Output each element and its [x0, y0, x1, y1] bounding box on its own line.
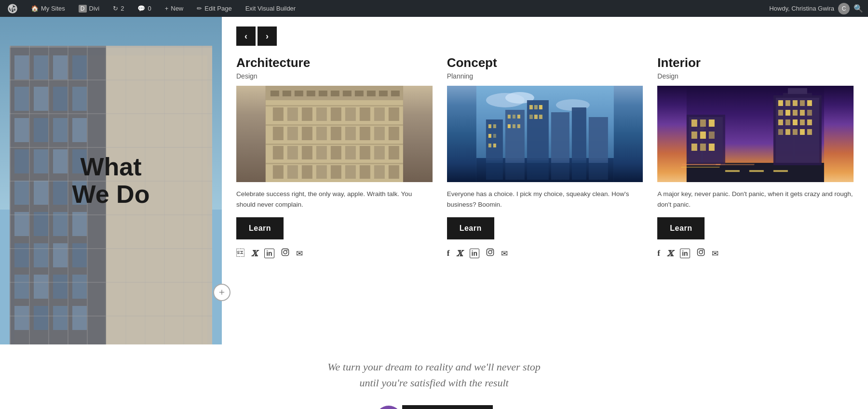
svg-rect-48 — [10, 214, 212, 215]
svg-rect-28 — [53, 212, 68, 236]
svg-rect-133 — [488, 134, 491, 138]
my-sites-menu[interactable]: 🏠 My Sites — [28, 0, 68, 17]
svg-rect-14 — [14, 118, 29, 142]
svg-rect-81 — [331, 107, 341, 121]
linkedin-icon[interactable]: in — [264, 249, 274, 258]
svg-rect-12 — [53, 87, 68, 111]
svg-rect-117 — [282, 249, 288, 256]
svg-rect-149 — [486, 160, 502, 180]
svg-rect-148 — [539, 115, 542, 119]
svg-rect-203 — [773, 170, 788, 172]
svg-rect-197 — [709, 132, 715, 139]
learn-btn-concept[interactable]: Learn — [447, 217, 494, 239]
wordpress-icon[interactable] — [5, 0, 20, 17]
facebook-icon[interactable]:  — [236, 249, 244, 258]
pencil-icon: ✏ — [197, 5, 202, 12]
slider-nav: ‹ › — [236, 26, 854, 46]
learn-btn-architecture[interactable]: Learn — [236, 217, 284, 239]
svg-rect-19 — [34, 149, 48, 173]
svg-rect-70 — [319, 91, 327, 96]
instagram-icon-2[interactable] — [486, 248, 494, 259]
cta-area: ••• Get a Quote — [0, 405, 868, 409]
avatar[interactable]: C — [838, 3, 850, 14]
svg-rect-136 — [493, 144, 496, 147]
twitter-icon-3[interactable]: 𝕏 — [667, 249, 673, 259]
get-quote-btn[interactable]: Get a Quote — [402, 405, 493, 409]
svg-rect-67 — [283, 91, 291, 96]
add-section-btn[interactable]: + — [213, 284, 231, 301]
svg-rect-114 — [266, 124, 403, 126]
svg-rect-108 — [331, 165, 341, 179]
facebook-icon-2[interactable]: f — [447, 249, 450, 258]
email-icon-2[interactable]: ✉ — [501, 249, 508, 259]
svg-rect-68 — [295, 91, 303, 96]
svg-rect-179 — [807, 110, 812, 116]
svg-rect-206 — [681, 167, 720, 168]
svg-rect-200 — [709, 144, 715, 151]
dots-button[interactable]: ••• — [375, 406, 402, 409]
svg-rect-175 — [778, 110, 783, 116]
slider-next-btn[interactable]: › — [258, 26, 277, 46]
svg-rect-102 — [374, 146, 385, 159]
updates-menu[interactable]: ↻ 2 — [110, 0, 127, 17]
exit-visual-builder-btn[interactable]: Exit Visual Builder — [243, 0, 299, 17]
twitter-icon[interactable]: 𝕏 — [251, 249, 258, 259]
svg-rect-107 — [316, 165, 327, 179]
svg-rect-130 — [588, 117, 608, 163]
svg-rect-35 — [34, 275, 48, 299]
svg-rect-110 — [360, 165, 370, 179]
instagram-icon-3[interactable] — [697, 248, 705, 259]
card-concept-image — [447, 86, 643, 182]
svg-rect-79 — [302, 107, 312, 121]
search-icon[interactable]: 🔍 — [854, 4, 863, 13]
svg-rect-53 — [29, 46, 30, 344]
card-interior-image — [657, 86, 854, 182]
twitter-icon-2[interactable]: 𝕏 — [456, 249, 462, 259]
card-concept-subtitle: Planning — [447, 72, 643, 80]
svg-rect-141 — [512, 124, 515, 128]
admin-bar-right: Howdy, Christina Gwira C 🔍 — [769, 3, 863, 14]
plus-icon: + — [165, 5, 169, 12]
svg-rect-205 — [716, 164, 755, 165]
svg-rect-61 — [183, 46, 184, 344]
slider-prev-btn[interactable]: ‹ — [236, 26, 256, 46]
svg-rect-46 — [10, 147, 212, 148]
learn-btn-interior[interactable]: Learn — [657, 217, 705, 239]
facebook-icon-3[interactable]: f — [657, 249, 660, 258]
svg-rect-111 — [374, 165, 385, 179]
svg-rect-29 — [72, 212, 87, 236]
svg-rect-182 — [793, 119, 798, 125]
new-menu[interactable]: + New — [162, 0, 187, 17]
svg-rect-137 — [507, 115, 510, 119]
divi-label: Divi — [89, 5, 100, 12]
instagram-icon[interactable] — [281, 248, 289, 259]
svg-rect-7 — [34, 55, 48, 79]
divi-menu[interactable]: D Divi — [76, 0, 102, 17]
linkedin-icon-3[interactable]: in — [680, 249, 690, 258]
svg-rect-181 — [786, 119, 790, 125]
svg-rect-185 — [778, 129, 783, 135]
svg-rect-195 — [692, 132, 697, 139]
svg-rect-176 — [786, 110, 790, 116]
email-icon[interactable]: ✉ — [296, 249, 303, 259]
card-interior-social: f 𝕏 in ✉ — [657, 248, 854, 259]
svg-rect-37 — [72, 275, 87, 299]
linkedin-icon-2[interactable]: in — [470, 249, 479, 258]
hero-section: What We Do ‹ › Architecture Design — [0, 17, 868, 344]
card-architecture-image — [236, 86, 433, 182]
card-architecture-subtitle: Design — [236, 72, 433, 80]
svg-rect-72 — [343, 91, 352, 96]
svg-rect-106 — [302, 165, 312, 179]
svg-rect-116 — [266, 163, 403, 164]
card-concept-social: f 𝕏 in ✉ — [447, 248, 643, 259]
svg-rect-71 — [331, 91, 339, 96]
right-content: ‹ › Architecture Design — [222, 17, 868, 344]
svg-rect-24 — [53, 181, 68, 205]
edit-page-btn[interactable]: ✏ Edit Page — [194, 0, 234, 17]
email-icon-3[interactable]: ✉ — [712, 249, 719, 259]
card-concept-title: Concept — [447, 55, 643, 70]
comments-menu[interactable]: 💬 0 — [135, 0, 154, 17]
svg-rect-69 — [307, 91, 315, 96]
svg-rect-83 — [360, 107, 370, 121]
svg-rect-128 — [551, 112, 569, 163]
